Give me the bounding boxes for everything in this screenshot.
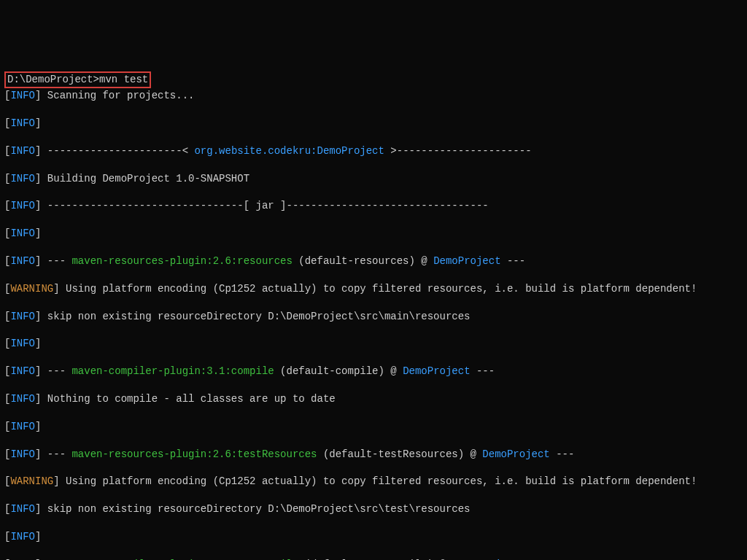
log-line: [WARNING] Using platform encoding (Cp125… xyxy=(4,282,743,296)
log-line: [INFO] Building DemoProject 1.0-SNAPSHOT xyxy=(4,172,743,186)
log-line: [INFO] --- maven-compiler-plugin:3.1:tes… xyxy=(4,558,743,560)
log-line: [INFO] --- maven-resources-plugin:2.6:te… xyxy=(4,448,743,462)
log-line: [INFO] Nothing to compile - all classes … xyxy=(4,392,743,406)
log-line: [INFO] xyxy=(4,337,743,351)
log-line: [INFO] xyxy=(4,530,743,544)
log-line: [INFO] xyxy=(4,227,743,241)
log-line: [WARNING] Using platform encoding (Cp125… xyxy=(4,475,743,489)
log-line: [INFO] --------------------------------[… xyxy=(4,199,743,213)
prompt-path: D:\DemoProject> xyxy=(7,74,99,85)
log-line: [INFO] xyxy=(4,420,743,434)
log-line: [INFO] skip non existing resourceDirecto… xyxy=(4,310,743,324)
log-line: [INFO] Scanning for projects... xyxy=(4,89,743,103)
prompt-command: mvn test xyxy=(99,74,148,85)
log-line: [INFO] ----------------------< org.websi… xyxy=(4,144,743,158)
highlight-command-box: D:\DemoProject>mvn test xyxy=(4,71,151,88)
log-line: [INFO] skip non existing resourceDirecto… xyxy=(4,502,743,516)
log-line: [INFO] --- maven-resources-plugin:2.6:re… xyxy=(4,254,743,268)
log-line: [INFO] --- maven-compiler-plugin:3.1:com… xyxy=(4,365,743,378)
log-line: [INFO] xyxy=(4,117,743,131)
terminal-output[interactable]: D:\DemoProject>mvn test [INFO] Scanning … xyxy=(4,58,743,560)
